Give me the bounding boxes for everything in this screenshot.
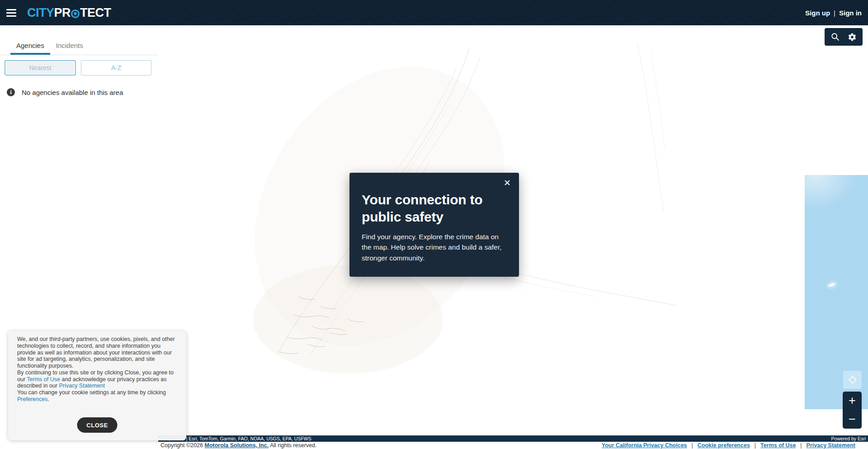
close-icon: ✕ xyxy=(504,178,511,188)
search-button[interactable] xyxy=(828,29,842,45)
auth-links: Sign up | Sign in xyxy=(805,9,862,17)
settings-button[interactable] xyxy=(845,29,859,45)
zoom-in-button[interactable]: + xyxy=(843,392,862,410)
copyright-text: Copyright ©2026 Motorola Solutions, Inc.… xyxy=(160,442,316,449)
police-badge-icon xyxy=(70,9,80,19)
logo-city-text: CITY xyxy=(27,6,54,20)
menu-button[interactable] xyxy=(1,0,22,25)
auth-divider: | xyxy=(834,9,835,17)
privacy-choices-link[interactable]: Your California Privacy Choices xyxy=(602,442,687,449)
locate-button[interactable] xyxy=(843,371,862,389)
map-toolbar xyxy=(825,28,863,46)
cookie-paragraph-2: By continuing to use this site or by cli… xyxy=(17,369,177,389)
brand-logo[interactable]: CITYPR TECT xyxy=(27,6,111,20)
privacy-statement-link[interactable]: Privacy Statement xyxy=(59,383,104,389)
search-icon xyxy=(830,32,840,42)
modal-close-button[interactable]: ✕ xyxy=(501,176,514,189)
modal-body-text: Find your agency. Explore the crime data… xyxy=(362,232,504,263)
sort-buttons: Nearest A-Z xyxy=(0,55,158,76)
sign-up-link[interactable]: Sign up xyxy=(805,9,830,17)
top-navbar: CITYPR TECT Sign up | Sign in xyxy=(0,0,868,25)
cityprotect-app: CITYPR TECT Sign up | Sign in xyxy=(0,0,868,449)
small-island xyxy=(828,283,835,288)
sort-az-button[interactable]: A-Z xyxy=(81,60,151,76)
cookie-preferences-link[interactable]: Cookie preferences xyxy=(698,442,750,449)
gear-icon xyxy=(848,33,857,42)
tab-incidents[interactable]: Incidents xyxy=(50,36,89,55)
tab-agencies[interactable]: Agencies xyxy=(10,36,50,55)
zoom-out-button[interactable]: − xyxy=(843,410,862,429)
cookie-paragraph-1: We, and our third-party partners, use co… xyxy=(17,336,177,369)
sort-nearest-button[interactable]: Nearest xyxy=(5,60,76,76)
footer-links: Your California Privacy Choices | Cookie… xyxy=(602,442,855,449)
empty-state: i No agencies available in this area xyxy=(0,76,158,96)
tab-bar: Agencies Incidents xyxy=(0,25,158,55)
page-footer: Copyright ©2026 Motorola Solutions, Inc.… xyxy=(0,442,868,449)
preferences-link[interactable]: Preferences xyxy=(17,396,47,402)
info-icon: i xyxy=(7,88,15,96)
logo-pr-text: PR xyxy=(54,6,71,20)
terms-of-use-footer-link[interactable]: Terms of Use xyxy=(760,442,796,449)
attribution-bar: Esri, USGS | Esri, TomTom, Garmin, FAO, … xyxy=(158,435,868,442)
privacy-statement-footer-link[interactable]: Privacy Statement xyxy=(807,442,855,449)
cookie-close-button[interactable]: CLOSE xyxy=(77,417,118,433)
crosshair-icon xyxy=(848,375,858,385)
company-link[interactable]: Motorola Solutions, Inc. xyxy=(204,442,269,449)
hamburger-icon xyxy=(6,9,16,10)
map-canvas[interactable]: ✕ Your connection to public safety Find … xyxy=(158,25,868,435)
sign-in-link[interactable]: Sign in xyxy=(839,9,862,17)
cookie-paragraph-3: You can change your cookie settings at a… xyxy=(17,389,177,403)
logo-tect-text: TECT xyxy=(80,6,111,20)
welcome-modal: ✕ Your connection to public safety Find … xyxy=(349,173,519,277)
zoom-control: + − xyxy=(843,392,862,429)
coastal-shallows xyxy=(805,175,868,252)
empty-message: No agencies available in this area xyxy=(22,89,123,96)
powered-by-esri: Powered by Esri xyxy=(831,436,868,441)
cookie-banner: We, and our third-party partners, use co… xyxy=(8,331,186,440)
terms-of-use-link[interactable]: Terms of Use xyxy=(27,376,60,383)
modal-title: Your connection to public safety xyxy=(362,191,497,226)
